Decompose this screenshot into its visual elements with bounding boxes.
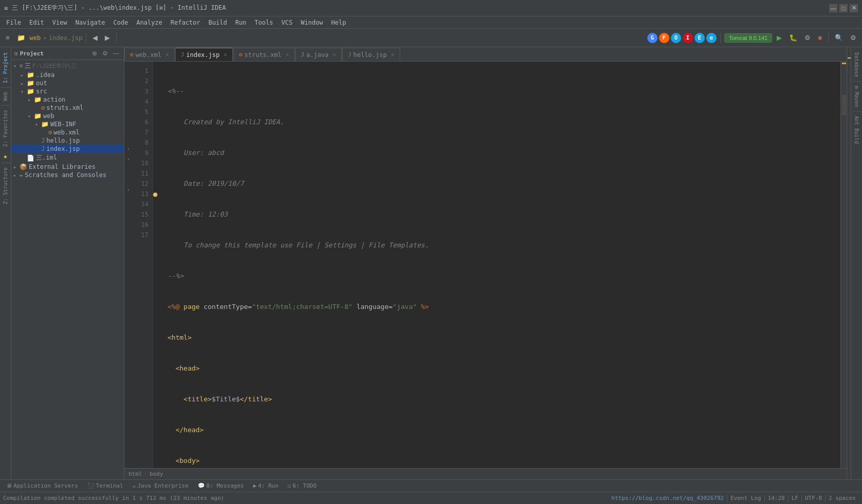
menu-code[interactable]: Code (109, 18, 133, 27)
panel-gear-btn[interactable]: ⚙ (101, 49, 109, 57)
search-button[interactable]: 🔍 (832, 32, 846, 43)
minimize-button[interactable]: — (829, 4, 837, 12)
tab-index-jsp[interactable]: J index.jsp ✕ (175, 48, 233, 61)
menu-navigate[interactable]: Navigate (71, 18, 109, 27)
menu-view[interactable]: View (48, 18, 71, 27)
tree-item-idea[interactable]: ▸ 📁 .idea (11, 71, 124, 79)
editor-scroll-bar[interactable] (840, 62, 847, 468)
panel-sync-btn[interactable]: ⊕ (90, 49, 99, 57)
menu-build[interactable]: Build (204, 18, 231, 27)
tree-item-struts-xml[interactable]: ▸ ⚙ struts.xml (11, 104, 124, 112)
tab-a-java-close[interactable]: ✕ (333, 51, 336, 58)
tree-item-action[interactable]: ▸ 📁 action (11, 95, 124, 104)
tab-a-java-icon: J (301, 51, 305, 58)
tree-item-web-xml[interactable]: ▸ ⚙ web.xml (11, 128, 124, 137)
code-line-1: <%-- (167, 86, 834, 96)
tree-item-ext-libs[interactable]: ▸ 📦 External Libraries (11, 163, 124, 171)
coverage-button[interactable]: ⚙ (802, 32, 813, 43)
tab-a-java[interactable]: J a.java ✕ (295, 48, 342, 61)
tab-hello-jsp-icon: J (348, 51, 351, 58)
menu-edit[interactable]: Edit (25, 18, 48, 27)
opera-icon[interactable]: O (671, 33, 681, 43)
menu-tools[interactable]: Tools (251, 18, 277, 27)
tab-struts-xml-icon: ⚙ (239, 51, 242, 58)
menu-window[interactable]: Window (296, 18, 327, 27)
menu-analyze[interactable]: Analyze (132, 18, 166, 27)
menu-help[interactable]: Help (327, 18, 350, 27)
panel-hide-btn[interactable]: — (111, 49, 121, 57)
web-tab-label[interactable]: Web (2, 89, 9, 104)
title-bar: ≡ 三 [F:\J2EE学习\三] - ...\web\index.jsp [≡… (0, 0, 862, 16)
favorites-star-icon[interactable]: ★ (2, 150, 9, 162)
app-servers-btn[interactable]: 🖥 Application Servers (2, 481, 82, 490)
status-line-ending[interactable]: LF (789, 495, 801, 501)
toolbar-file-name[interactable]: index.jsp (49, 34, 82, 42)
tab-hello-jsp[interactable]: J hello.jsp ✕ (342, 48, 400, 61)
menu-refactor[interactable]: Refactor (166, 18, 204, 27)
database-tab-label[interactable]: Database (853, 49, 860, 80)
java-enterprise-label: Java Enterprise (137, 482, 188, 489)
java-enterprise-btn[interactable]: ☕ Java Enterprise (128, 481, 193, 490)
toolbar-project-name[interactable]: web (30, 34, 41, 42)
edge-icon[interactable]: E (695, 33, 705, 43)
toolbar: ≡ 📁 web › index.jsp ◀ ▶ G F O I E e Tomc… (0, 29, 862, 47)
breadcrumb-body[interactable]: body (149, 471, 163, 477)
tree-item-root[interactable]: ▾ ≡ 三 F:\J2EE学习\三 (11, 61, 124, 71)
panel-expand-icon[interactable]: ⊞ (14, 50, 18, 57)
menu-vcs[interactable]: VCS (277, 18, 297, 27)
tab-index-jsp-close[interactable]: ✕ (223, 51, 227, 58)
menu-file[interactable]: File (2, 18, 25, 27)
code-line-3: User: abcd (167, 148, 834, 158)
toolbar-separator2 (116, 33, 117, 43)
messages-btn[interactable]: 💬 0: Messages (194, 481, 248, 490)
tree-item-iml[interactable]: ▸ 📄 三.iml (11, 153, 124, 163)
tab-web-xml-close[interactable]: ✕ (165, 51, 169, 58)
settings-gear-button[interactable]: ⚙ (848, 32, 859, 43)
tree-item-web[interactable]: ▾ 📁 web (11, 112, 124, 120)
stop-button[interactable]: ■ (815, 32, 824, 43)
status-indent[interactable]: 2 spaces (826, 495, 859, 501)
messages-icon: 💬 (198, 482, 205, 489)
scroll-thumb[interactable] (842, 95, 846, 115)
tab-struts-xml[interactable]: ⚙ struts.xml ✕ (233, 48, 295, 61)
tree-item-src[interactable]: ▾ 📁 src (11, 87, 124, 95)
tab-struts-xml-close[interactable]: ✕ (286, 51, 289, 58)
close-button[interactable]: ✕ (850, 4, 858, 12)
right-strip: Database m Maven Ant Build (851, 47, 862, 479)
toolbar-folder-btn[interactable]: 📁 (14, 32, 28, 43)
ie-icon[interactable]: I (683, 33, 693, 43)
maven-tab-label[interactable]: m Maven (853, 83, 860, 110)
menu-run[interactable]: Run (231, 18, 251, 27)
chrome-icon[interactable]: G (647, 33, 658, 43)
project-tab-label[interactable]: 1: Project (2, 49, 9, 86)
maximize-button[interactable]: □ (839, 4, 848, 12)
structure-tab-label[interactable]: Z: Structure (2, 164, 9, 207)
toolbar-menu-btn[interactable]: ≡ (3, 32, 12, 43)
code-content[interactable]: <%-- Created by IntelliJ IDEA. User: abc… (161, 62, 840, 468)
status-position[interactable]: 14:28 (765, 495, 788, 501)
code-editor[interactable]: ▾ ▾ ▾ 1 2 3 4 5 6 7 8 9 10 (124, 62, 847, 468)
todo-btn[interactable]: ☑ 6: TODO (284, 481, 321, 490)
breadcrumb-html[interactable]: html (128, 471, 142, 477)
tree-item-webinf[interactable]: ▾ 📁 WEB-INF (11, 120, 124, 128)
tomcat-button[interactable]: Tomcat 9.0.141 (724, 33, 772, 43)
terminal-btn[interactable]: ⬛ Terminal (83, 481, 127, 490)
edge2-icon[interactable]: e (706, 33, 717, 43)
tab-web-xml[interactable]: ⚙ web.xml ✕ (124, 48, 175, 61)
tab-hello-jsp-close[interactable]: ✕ (391, 51, 395, 58)
tree-item-scratches[interactable]: ▸ ✏ Scratches and Consoles (11, 171, 124, 179)
ant-build-tab-label[interactable]: Ant Build (853, 113, 860, 147)
toolbar-back-btn[interactable]: ◀ (90, 32, 100, 43)
run-button[interactable]: ▶ (774, 32, 784, 43)
tree-item-hello-jsp[interactable]: ▸ J hello.jsp (11, 137, 124, 145)
tree-item-index-jsp[interactable]: ▸ J index.jsp (11, 145, 124, 153)
status-url[interactable]: https://blog.csdn.net/qq_43026792 (608, 495, 727, 501)
run-btn[interactable]: ▶ 4: Run (249, 481, 283, 490)
status-encoding[interactable]: UTF-8 (802, 495, 825, 501)
debug-button[interactable]: 🐛 (786, 32, 800, 43)
tree-item-out[interactable]: ▸ 📁 out (11, 79, 124, 87)
toolbar-forward-btn[interactable]: ▶ (102, 32, 113, 43)
favorites-tab-label[interactable]: 2: Favorites (2, 107, 9, 150)
status-event-log[interactable]: Event Log (727, 495, 764, 501)
firefox-icon[interactable]: F (659, 33, 669, 43)
